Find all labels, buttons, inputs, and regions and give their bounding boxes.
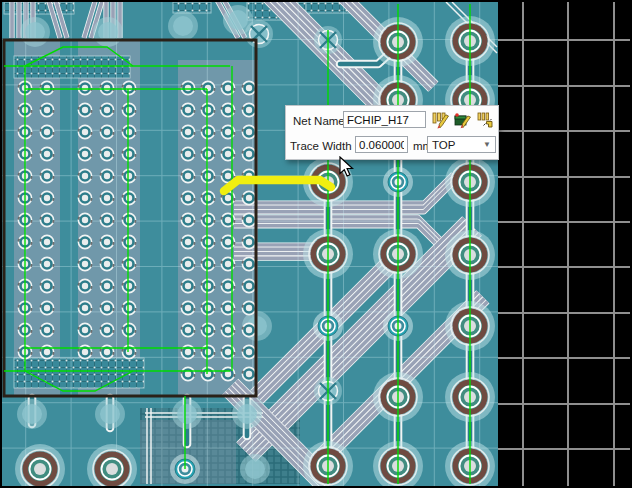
edit-trace-width-icon[interactable] — [432, 112, 450, 129]
chevron-down-icon: ▼ — [483, 141, 491, 149]
trace-width-label: Trace Width — [290, 140, 352, 152]
layer-select[interactable]: TOP ▼ — [427, 136, 496, 153]
edit-via-icon[interactable] — [454, 112, 472, 129]
move-trace-icon[interactable] — [476, 112, 494, 129]
net-name-label: Net Name — [293, 115, 345, 127]
offboard-grid-area[interactable] — [498, 2, 630, 486]
pcb-editor-window: Net Name — [0, 0, 632, 488]
trace-properties-popup: Net Name — [285, 105, 499, 160]
net-name-input[interactable] — [343, 111, 426, 128]
trace-width-input[interactable] — [355, 136, 408, 153]
layer-select-value: TOP — [432, 139, 455, 151]
